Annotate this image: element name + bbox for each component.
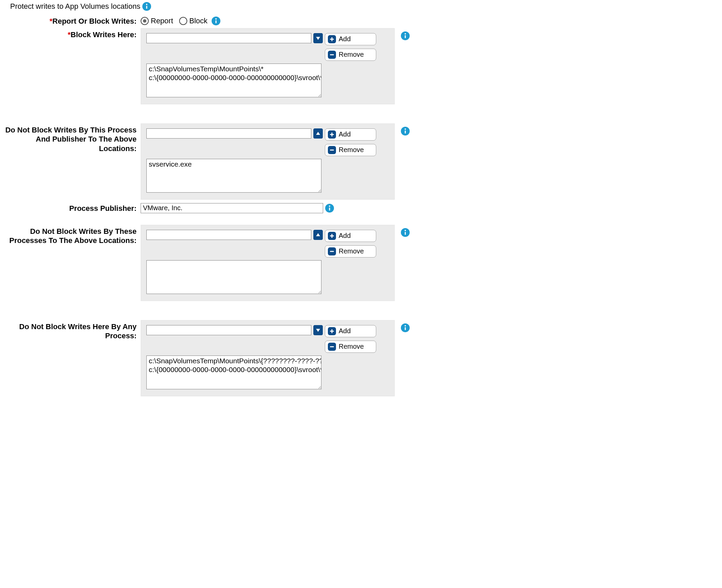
add-button[interactable]: Add xyxy=(325,325,376,337)
svg-point-29 xyxy=(405,229,406,231)
info-icon[interactable] xyxy=(401,323,410,332)
row-process-publisher: Process Publisher: xyxy=(0,201,722,214)
minus-icon xyxy=(328,51,336,59)
radio-block[interactable] xyxy=(179,17,187,25)
svg-rect-35 xyxy=(405,327,406,330)
info-icon[interactable] xyxy=(401,127,410,135)
heading-text: Protect writes to App Volumes locations xyxy=(10,2,140,11)
svg-rect-15 xyxy=(330,134,334,135)
exempt-process-publisher-listbox[interactable] xyxy=(146,159,322,193)
svg-rect-33 xyxy=(330,346,334,347)
remove-button[interactable]: Remove xyxy=(325,49,376,61)
svg-point-19 xyxy=(405,128,406,129)
label-exempt-process-publisher: Do Not Block Writes By This Process And … xyxy=(0,123,141,153)
add-button[interactable]: Add xyxy=(325,33,376,45)
row-exempt-locations: Do Not Block Writes Here By Any Process:… xyxy=(0,319,722,397)
block-writes-here-listbox[interactable] xyxy=(146,64,322,97)
plus-icon xyxy=(328,327,336,335)
remove-button[interactable]: Remove xyxy=(325,341,376,353)
svg-rect-21 xyxy=(329,208,330,211)
remove-button[interactable]: Remove xyxy=(325,245,376,257)
label-block-writes-here: *Block Writes Here: xyxy=(0,28,141,40)
svg-rect-11 xyxy=(405,35,406,38)
svg-rect-28 xyxy=(405,232,406,235)
svg-rect-1 xyxy=(146,6,147,9)
svg-rect-8 xyxy=(330,39,334,40)
svg-point-36 xyxy=(405,325,406,326)
svg-rect-4 xyxy=(215,20,216,23)
plus-icon xyxy=(328,232,336,240)
svg-rect-18 xyxy=(405,130,406,133)
svg-rect-25 xyxy=(330,235,334,236)
remove-button[interactable]: Remove xyxy=(325,144,376,156)
svg-marker-13 xyxy=(316,132,320,135)
label-exempt-processes: Do Not Block Writes By These Processes T… xyxy=(0,225,141,245)
radio-report-label: Report xyxy=(151,17,173,25)
label-exempt-locations: Do Not Block Writes Here By Any Process: xyxy=(0,320,141,341)
plus-icon xyxy=(328,35,336,43)
exempt-processes-input[interactable] xyxy=(146,230,311,240)
add-button[interactable]: Add xyxy=(325,230,376,242)
label-report-or-block: *Report Or Block Writes: xyxy=(0,15,141,26)
info-icon[interactable] xyxy=(401,228,410,237)
move-up-button[interactable] xyxy=(313,128,323,139)
plus-icon xyxy=(328,130,336,139)
required-asterisk: * xyxy=(49,17,53,25)
svg-marker-30 xyxy=(316,329,320,332)
radio-report[interactable] xyxy=(141,17,149,25)
exempt-locations-listbox[interactable] xyxy=(146,356,322,389)
panel-exempt-process-publisher: Add Remove xyxy=(141,123,395,200)
block-writes-here-input[interactable] xyxy=(146,33,311,43)
minus-icon xyxy=(328,146,336,154)
info-icon[interactable] xyxy=(325,204,334,213)
exempt-process-publisher-input[interactable] xyxy=(146,128,311,139)
row-block-writes-here: *Block Writes Here: Add xyxy=(0,27,722,105)
row-exempt-processes: Do Not Block Writes By These Processes T… xyxy=(0,224,722,302)
svg-point-2 xyxy=(146,4,147,5)
svg-rect-26 xyxy=(330,251,334,252)
svg-rect-32 xyxy=(330,331,334,332)
svg-point-22 xyxy=(329,205,330,207)
row-report-or-block: *Report Or Block Writes: Report Block xyxy=(0,14,722,27)
process-publisher-input[interactable] xyxy=(141,203,323,213)
exempt-locations-input[interactable] xyxy=(146,325,311,335)
add-button[interactable]: Add xyxy=(325,128,376,141)
svg-point-5 xyxy=(215,18,216,20)
svg-rect-9 xyxy=(330,54,334,55)
heading-row: Protect writes to App Volumes locations xyxy=(0,2,722,14)
move-up-button[interactable] xyxy=(313,230,323,240)
info-icon[interactable] xyxy=(142,2,151,11)
svg-marker-23 xyxy=(316,233,320,236)
move-down-button[interactable] xyxy=(313,325,323,335)
svg-point-12 xyxy=(405,33,406,34)
panel-exempt-processes: Add Remove xyxy=(141,225,395,301)
minus-icon xyxy=(328,247,336,255)
radio-group-report-or-block: Report Block xyxy=(141,15,220,25)
form-root: Protect writes to App Volumes locations … xyxy=(0,0,722,407)
row-exempt-process-publisher: Do Not Block Writes By This Process And … xyxy=(0,122,722,201)
required-asterisk: * xyxy=(68,30,71,39)
svg-marker-6 xyxy=(316,37,320,40)
exempt-processes-listbox[interactable] xyxy=(146,260,322,294)
label-process-publisher: Process Publisher: xyxy=(0,202,141,213)
move-down-button[interactable] xyxy=(313,33,323,43)
info-icon[interactable] xyxy=(212,17,220,25)
info-icon[interactable] xyxy=(401,31,410,40)
minus-icon xyxy=(328,343,336,351)
svg-rect-16 xyxy=(330,149,334,150)
panel-block-writes-here: Add Remove xyxy=(141,28,395,104)
panel-exempt-locations: Add Remove xyxy=(141,320,395,396)
radio-block-label: Block xyxy=(189,17,208,25)
